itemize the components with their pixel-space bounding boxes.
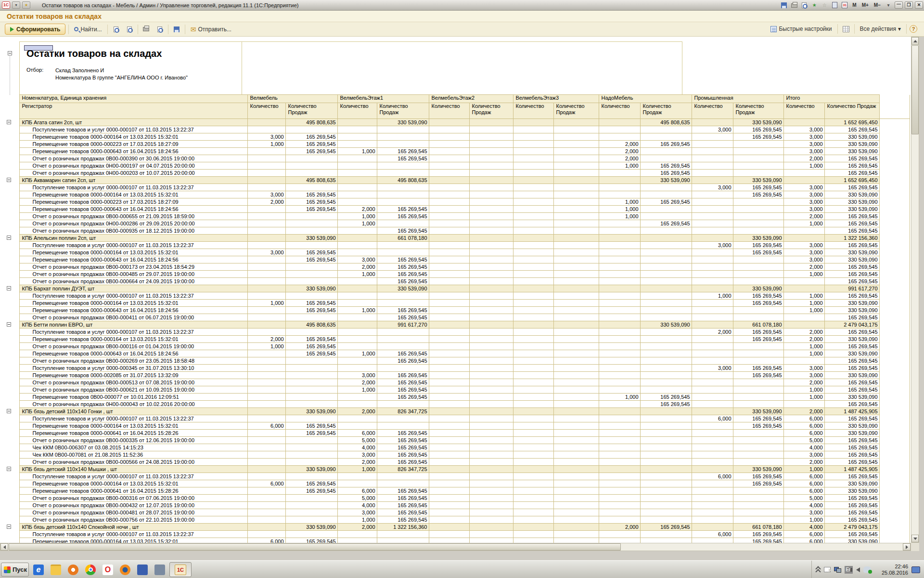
cell-nm_qty[interactable] [599,422,640,430]
detail-row[interactable]: Отчет о розничных продажах 0В00-000566 о… [0,459,910,466]
cell-pr_sales[interactable] [733,220,783,227]
cell-e2_sales[interactable] [469,459,513,466]
cell-v_sales[interactable]: 330 539,090 [285,235,337,242]
cell-e3_sales[interactable] [553,321,599,328]
cell-t_qty[interactable]: 2,000 [783,459,824,466]
cell-t_qty[interactable]: 3,000 [783,256,824,263]
cell-e1_qty[interactable] [337,170,377,177]
cell-pr_sales[interactable] [733,198,783,206]
show-desktop-button[interactable] [911,566,920,573]
cell-e2_sales[interactable] [469,379,513,386]
cell-t_sales[interactable]: 330 539,090 [824,422,879,430]
cell-v_qty[interactable]: 1,000 [247,300,285,307]
cell-e3_sales[interactable] [553,206,599,213]
registrar-cell[interactable]: Отчет о розничных продажах 0В00-000655 о… [19,213,247,220]
cell-t_qty[interactable]: 1,000 [783,394,824,401]
registrar-cell[interactable]: Отчет о розничных продажах 0В00-000513 о… [19,379,247,386]
cell-e3_sales[interactable] [553,314,599,321]
cell-t_qty[interactable]: 1,000 [783,220,824,227]
cell-v_qty[interactable] [247,365,285,372]
cell-pr_qty[interactable] [692,285,733,292]
cell-nm_sales[interactable] [640,466,692,473]
sales-header[interactable]: Количество Продаж [733,103,783,119]
cell-t_sales[interactable]: 165 269,545 [824,459,879,466]
cell-e3_sales[interactable] [553,487,599,495]
cell-e3_qty[interactable] [513,516,553,524]
cell-e2_qty[interactable] [429,495,469,502]
cell-e1_qty[interactable]: 5,000 [337,495,377,502]
cell-t_sales[interactable]: 330 539,090 [824,198,879,206]
cell-nm_qty[interactable] [599,408,640,415]
registrar-cell[interactable]: Отчет о розничных продажах 0В00-000432 о… [19,502,247,509]
collapse-group-icon[interactable] [7,467,11,471]
cell-t_qty[interactable]: 3,000 [783,365,824,372]
cell-t_qty[interactable] [783,177,824,184]
cell-pr_qty[interactable] [692,235,733,242]
sales-header[interactable]: Количество Продаж [824,103,879,119]
cell-pr_sales[interactable]: 165 269,545 [733,473,783,480]
cell-e2_qty[interactable] [429,170,469,177]
cell-pr_qty[interactable]: 3,000 [692,242,733,249]
memory-plus-button[interactable]: М+ [860,1,871,9]
cell-v_sales[interactable]: 165 269,545 [285,141,337,148]
cell-nm_sales[interactable] [640,242,692,249]
cell-pr_qty[interactable] [692,372,733,379]
cell-e1_qty[interactable] [337,155,377,162]
cell-e1_sales[interactable] [377,401,429,408]
qty-header[interactable]: Количество [692,103,733,119]
cell-e1_sales[interactable]: 165 269,545 [377,256,429,263]
cell-v_sales[interactable]: 165 269,545 [285,350,337,357]
registrar-cell[interactable]: Отчет о розничных продажах 0В00-000173 о… [19,263,247,271]
cell-e3_qty[interactable] [513,133,553,141]
cell-t_sales[interactable]: 165 269,545 [824,162,879,170]
detail-row[interactable]: Отчет о розничных продажах 0Н00-000043 о… [0,401,910,408]
cell-t_qty[interactable] [783,357,824,365]
cell-e3_sales[interactable] [553,227,599,235]
cell-v_sales[interactable] [285,531,337,538]
cell-t_sales[interactable]: 330 539,090 [824,538,879,543]
cell-e2_qty[interactable] [429,372,469,379]
cell-e1_sales[interactable] [377,198,429,206]
collapse-group-icon[interactable] [7,236,11,240]
cell-v_qty[interactable] [247,184,285,191]
cell-v_sales[interactable]: 330 539,090 [285,466,337,473]
cell-t_qty[interactable]: 3,000 [783,126,824,133]
cell-e2_sales[interactable] [469,321,513,328]
cell-t_qty[interactable]: 1,000 [783,386,824,394]
cell-t_sales[interactable]: 165 269,545 [824,495,879,502]
registrar-cell[interactable]: Поступление товаров и услуг 0000-000107 … [19,473,247,480]
cell-e2_qty[interactable] [429,133,469,141]
cell-e1_qty[interactable]: 3,000 [337,256,377,263]
detail-row[interactable]: Чек ККМ 0В00-007081 от 21.08.2015 11:52:… [0,451,910,459]
cell-t_sales[interactable]: 330 539,090 [824,372,879,379]
cell-e3_sales[interactable] [553,386,599,394]
cell-pr_sales[interactable] [733,314,783,321]
cell-pr_sales[interactable] [733,162,783,170]
cell-e1_qty[interactable]: 5,000 [337,437,377,444]
cell-pr_qty[interactable] [692,256,733,263]
cell-t_qty[interactable]: 2,000 [783,408,824,415]
cell-e1_sales[interactable]: 991 617,270 [377,321,429,328]
cell-t_qty[interactable]: 3,000 [783,206,824,213]
cell-pr_qty[interactable] [692,278,733,285]
cell-e1_qty[interactable]: 2,000 [337,524,377,531]
cell-nm_sales[interactable] [640,430,692,437]
detail-row[interactable]: Перемещение товаров 0000-000223 от 17.03… [0,198,910,206]
cell-pr_qty[interactable] [692,198,733,206]
cell-pr_sales[interactable] [733,206,783,213]
detail-row[interactable]: Перемещение товаров 0000-000643 от 16.04… [0,206,910,213]
cell-e1_qty[interactable] [337,198,377,206]
cell-v_sales[interactable] [285,379,337,386]
cell-t_qty[interactable]: 2,000 [783,213,824,220]
cell-t_qty[interactable]: 2,000 [783,155,824,162]
cell-nm_qty[interactable] [599,516,640,524]
taskbar-item-opera[interactable]: O [100,563,116,577]
cell-e1_qty[interactable]: 4,000 [337,502,377,509]
cell-v_sales[interactable] [285,278,337,285]
cell-pr_qty[interactable] [692,538,733,543]
cell-e2_qty[interactable] [429,422,469,430]
cell-e2_sales[interactable] [469,480,513,487]
cell-nm_qty[interactable] [599,430,640,437]
cell-nm_qty[interactable] [599,379,640,386]
cell-nm_sales[interactable] [640,538,692,543]
